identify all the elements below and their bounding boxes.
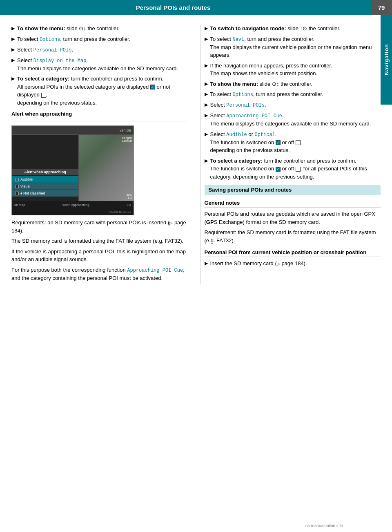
bullet-text: To switch to navigation mode: slide ↑⊙ t… xyxy=(210,25,381,33)
list-item: ▶ Select Personal POIs. xyxy=(11,46,188,54)
image-bottom-right: LO xyxy=(127,203,131,207)
header-title: Personal POIs and routes xyxy=(0,4,371,11)
sub-section-heading: Personal POI from current vehicle positi… xyxy=(205,249,381,257)
bullet-text: To select a category: turn the controlle… xyxy=(17,75,188,107)
image-right-label: HlsingenLockStr xyxy=(121,136,132,142)
right-column: ▶ To switch to navigation mode: slide ↑⊙… xyxy=(200,25,381,284)
code-text: Navi xyxy=(232,37,244,42)
checkbox-empty-icon xyxy=(296,167,301,172)
checkbox-checked-icon xyxy=(276,140,281,145)
code-text: Approaching POI Cue xyxy=(127,268,183,273)
list-item: ▶ To show the menu: slide ⊙↕ the control… xyxy=(205,80,381,88)
list-item: ▶ To select Options, turn and press the … xyxy=(11,35,188,43)
left-column: ▶ To show the menu: slide ⊙↕ the control… xyxy=(11,25,192,284)
bullet-text: To select Options, turn and press the co… xyxy=(210,90,381,98)
section-heading: Alert when approaching xyxy=(11,111,188,117)
image-right-bottom: utionLO xyxy=(126,194,132,199)
list-item: ▶ To select a category: turn the control… xyxy=(205,157,381,181)
checkbox-checked-icon xyxy=(276,167,281,172)
bullet-text: To select a category: turn the controlle… xyxy=(210,157,381,181)
screenshot-image: vehicle Alert when approaching Audible V… xyxy=(11,125,134,215)
image-right-panel: HlsingenLockStr utionLO xyxy=(79,135,134,201)
bullet-text: Select Display on the Map. The menu disp… xyxy=(17,56,188,73)
paragraph: The SD memory card is formatted using th… xyxy=(11,237,188,245)
page-number: 79 xyxy=(371,0,392,15)
paragraph: For this purpose both the corresponding … xyxy=(11,266,188,282)
bullet-arrow-icon: ▶ xyxy=(11,25,15,33)
code-text: Personal POIs xyxy=(226,103,265,108)
bullet-text: To select Options, turn and press the co… xyxy=(17,35,188,43)
highlight-bar: Saving personal POIs and routes xyxy=(205,185,381,195)
image-bottom-left: on map xyxy=(14,203,25,207)
divider xyxy=(11,121,188,121)
list-item: ▶ Select Personal POIs. xyxy=(205,101,381,109)
image-bottom-center: when approaching xyxy=(62,203,89,207)
image-watermark: P82.89-0788-31 xyxy=(108,210,131,214)
bullet-arrow-icon: ▶ xyxy=(205,260,208,268)
bullet-arrow-icon: ▶ xyxy=(11,36,15,43)
bullet-arrow-icon: ▶ xyxy=(205,36,208,59)
bullet-arrow-icon: ▶ xyxy=(11,57,15,73)
code-text: Options xyxy=(40,37,60,42)
bullet-text: Select Audible or Optical. The function … xyxy=(210,130,381,154)
list-item: ▶ To select Options, turn and press the … xyxy=(205,90,381,98)
list-item: ▶ To switch to navigation mode: slide ↑⊙… xyxy=(205,25,381,33)
list-item: ▶ To select Navi, turn and press the con… xyxy=(205,35,381,59)
bullet-arrow-icon: ▶ xyxy=(205,101,208,109)
bold-text: GP xyxy=(206,219,214,225)
sub-section-heading: General notes xyxy=(205,200,381,208)
list-item: ▶ Select Audible or Optical. The functio… xyxy=(205,130,381,154)
bold-label: To show the menu: xyxy=(17,25,65,31)
list-item: ▶ Select Display on the Map. The menu di… xyxy=(11,56,188,73)
list-item: ▶ If the navigation menu appears, press … xyxy=(205,62,381,78)
ref-arrow-icon: ▷ xyxy=(169,221,173,225)
main-content: ▶ To show the menu: slide ⊙↕ the control… xyxy=(0,15,392,293)
image-top-bar: vehicle xyxy=(12,126,134,135)
image-menu-header: Alert when approaching xyxy=(12,169,78,175)
image-bottom-bar: on map when approaching LO xyxy=(12,201,134,208)
code-text: Personal POIs xyxy=(33,47,72,53)
image-watermark-bar: P82.89-0788-31 xyxy=(12,208,134,215)
bold-text: x xyxy=(223,219,225,225)
list-item: ▶ To show the menu: slide ⊙↕ the control… xyxy=(11,25,188,33)
paragraph: Personal POIs and routes are geodata whi… xyxy=(205,210,381,226)
bullet-text: Select Approaching POI Cue. The menu dis… xyxy=(210,112,381,128)
page-credit: carmanualonline.info xyxy=(305,523,343,528)
header-bar: Personal POIs and routes 79 xyxy=(0,0,392,15)
bold-label: To select a category: xyxy=(210,158,263,164)
menu-checkbox-empty-icon xyxy=(15,192,19,195)
bullet-text: To show the menu: slide ⊙↕ the control­l… xyxy=(17,25,188,33)
paragraph: Requirements: an SD memory card with per… xyxy=(11,219,188,235)
image-inner: vehicle Alert when approaching Audible V… xyxy=(12,126,134,215)
bullet-arrow-icon: ▶ xyxy=(205,62,208,78)
bullet-arrow-icon: ▶ xyxy=(205,25,208,33)
checkbox-checked-icon xyxy=(150,85,155,89)
code-text: Display on the Map xyxy=(33,58,87,64)
bullet-arrow-icon: ▶ xyxy=(205,131,208,154)
image-menu-item: Audible xyxy=(12,176,78,183)
code-text: Options xyxy=(232,92,253,98)
bullet-arrow-icon: ▶ xyxy=(205,112,208,128)
bullet-text: Insert the SD memory card (▷ page 184). xyxy=(210,259,381,268)
map-overlay xyxy=(79,135,134,201)
list-item: ▶ To select a category: turn the control… xyxy=(11,75,188,107)
bullet-text: If the navigation menu appears, press th… xyxy=(210,62,381,78)
list-item: ▶ Insert the SD memory card (▷ page 184)… xyxy=(205,259,381,268)
checkbox-empty-icon xyxy=(41,93,46,98)
menu-checkbox-empty-icon xyxy=(15,185,19,188)
code-text: Optical xyxy=(254,132,275,138)
bold-label: To select a category: xyxy=(17,76,69,82)
bullet-text: To show the menu: slide ⊙↕ the control­l… xyxy=(210,80,381,88)
paragraph: Requirement: the SD memory card is forma… xyxy=(205,228,381,244)
image-top-label: vehicle xyxy=(120,128,131,132)
bullet-text: Select Personal POIs. xyxy=(17,46,188,54)
image-menu-item: ♦ Not classified xyxy=(12,190,78,197)
bullet-arrow-icon: ▶ xyxy=(11,75,15,107)
code-text: Approaching POI Cue xyxy=(226,113,282,119)
checkbox-empty-icon xyxy=(296,140,301,145)
bullet-arrow-icon: ▶ xyxy=(11,46,15,54)
image-left-panel: Alert when approaching Audible Visual ♦ … xyxy=(12,135,79,201)
paragraph: If the vehicle is approaching a personal… xyxy=(11,248,188,264)
menu-checkbox-icon xyxy=(15,178,19,181)
bold-label: To switch to navigation mode: xyxy=(210,25,286,31)
